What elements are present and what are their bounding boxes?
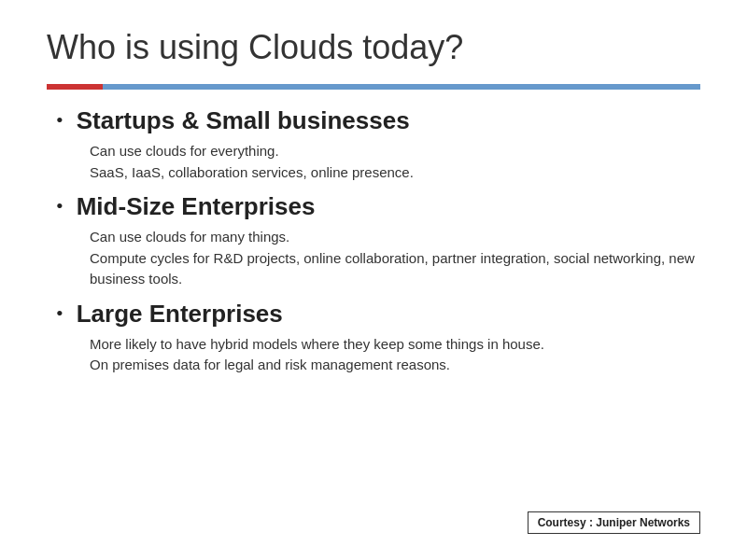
- sub-line-1-1: SaaS, IaaS, collaboration services, onli…: [90, 164, 414, 180]
- sub-text-midsize: Can use clouds for many things. Compute …: [90, 227, 700, 290]
- sub-line-2-1: Compute cycles for R&D projects, online …: [90, 250, 695, 287]
- section-midsize: • Mid-Size Enterprises Can use clouds fo…: [56, 192, 700, 290]
- bullet-icon-2: •: [56, 194, 63, 218]
- bullet-icon-1: •: [56, 108, 63, 133]
- slide: Who is using Clouds today? • Startups & …: [0, 0, 747, 560]
- heading-large: Large Enterprises: [77, 300, 283, 329]
- sub-line-2-0: Can use clouds for many things.: [90, 229, 289, 245]
- sub-line-1-0: Can use clouds for everything.: [90, 143, 279, 159]
- content-area: • Startups & Small businesses Can use cl…: [47, 106, 700, 376]
- heading-midsize: Mid-Size Enterprises: [77, 192, 316, 221]
- section-large: • Large Enterprises More likely to have …: [56, 300, 700, 376]
- slide-title: Who is using Clouds today?: [47, 28, 700, 67]
- divider-bar: [47, 84, 700, 90]
- section-startups: • Startups & Small businesses Can use cl…: [56, 106, 700, 183]
- heading-startups: Startups & Small businesses: [77, 106, 410, 135]
- bullet-item-3: • Large Enterprises: [56, 300, 700, 329]
- sub-text-startups: Can use clouds for everything. SaaS, Iaa…: [90, 141, 700, 183]
- courtesy-box: Courtesy : Juniper Networks: [528, 511, 700, 534]
- bullet-item-2: • Mid-Size Enterprises: [56, 192, 700, 221]
- sub-line-3-0: More likely to have hybrid models where …: [90, 336, 544, 352]
- bullet-icon-3: •: [56, 301, 63, 326]
- sub-line-3-1: On premises data for legal and risk mana…: [90, 357, 450, 372]
- bullet-item-1: • Startups & Small businesses: [56, 106, 700, 135]
- sub-text-large: More likely to have hybrid models where …: [90, 334, 700, 376]
